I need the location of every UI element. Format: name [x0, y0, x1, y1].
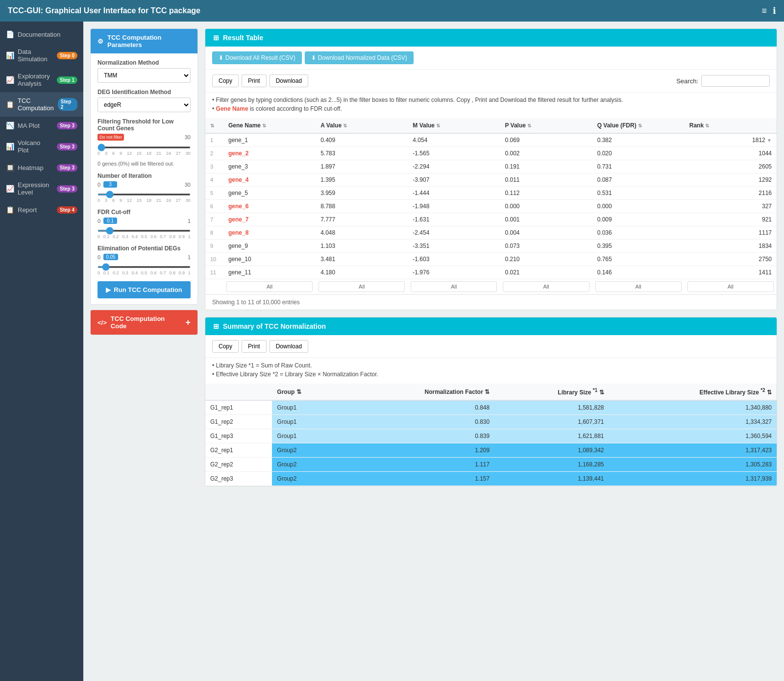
cell-m: -3.351 [408, 240, 500, 253]
cell-m: -1.603 [408, 253, 500, 266]
filter-a-input[interactable] [318, 281, 405, 292]
sidebar-item-data-simulation[interactable]: 📊 Data Simulation Step 0 [0, 43, 83, 68]
code-panel-header[interactable]: </> TCC Computation Code + [91, 310, 197, 335]
deg-select[interactable]: edgeR DESeq2 baySeq [98, 97, 191, 112]
sidebar-item-expression-level[interactable]: 📈 Expression Level Step 3 [0, 176, 83, 201]
sidebar-item-ma-plot[interactable]: 📉 MA Plot Step 3 [0, 117, 83, 134]
step-badge-ma-plot: Step 3 [57, 122, 77, 129]
summary-table-row: G2_rep2 Group2 1.117 1,168,285 1,305,283 [205, 458, 777, 472]
download-button[interactable]: Download [270, 74, 308, 87]
cell-q: 0.146 [592, 266, 685, 279]
cell-gene: gene_9 [223, 240, 316, 253]
summary-cell-norm-factor: 0.830 [342, 415, 494, 429]
table-row: 11 gene_11 4.180 -1.976 0.021 0.146 1411 [205, 266, 777, 279]
sidebar: 📄 Documentation 📊 Data Simulation Step 0… [0, 22, 83, 681]
summary-download-button[interactable]: Download [270, 340, 308, 353]
download-all-result-button[interactable]: ⬇ Download All Result (CSV) [212, 51, 302, 64]
col-q-value[interactable]: Q Value (FDR) ⇅ [592, 118, 685, 133]
filter-slider-container: Do not filter 30 036912151821242730 [98, 134, 191, 156]
summary-cell-lib-size: 1,607,371 [494, 415, 609, 429]
filter-q-input[interactable] [595, 281, 682, 292]
deg-label: DEG Identification Method [98, 89, 191, 96]
download-all-icon: ⬇ [219, 54, 223, 61]
filter-m-input[interactable] [411, 281, 497, 292]
filter-rank-input[interactable] [687, 281, 774, 292]
run-tcc-button[interactable]: ▶ Run TCC Computation [98, 281, 191, 298]
normalization-select[interactable]: TMM DESeq none [98, 68, 191, 83]
search-input[interactable] [701, 75, 770, 87]
summary-panel: ⊞ Summary of TCC Normalization Copy Prin… [205, 317, 777, 486]
note-color: • Gene Name is colored according to FDR … [212, 105, 770, 112]
cell-p: 0.191 [500, 160, 592, 173]
menu-icon[interactable]: ≡ [761, 6, 767, 16]
cell-p: 0.112 [500, 187, 592, 200]
cell-p: 0.011 [500, 173, 592, 187]
iteration-slider[interactable] [98, 194, 191, 195]
summary-table-icon: ⊞ [213, 322, 219, 330]
elim-slider[interactable] [98, 266, 191, 268]
summary-copy-button[interactable]: Copy [212, 340, 239, 353]
summary-col-lib-size[interactable]: Library Size *1 ⇅ [494, 384, 609, 400]
summary-col-group[interactable]: Group ⇅ [272, 384, 342, 400]
cell-num: 4 [205, 173, 223, 187]
cell-num: 7 [205, 213, 223, 226]
left-panel: ⚙ TCC Computation Parameters Normalizati… [90, 28, 198, 335]
summary-col-norm-factor[interactable]: Normalization Factor ⇅ [342, 384, 494, 400]
summary-cell-sample: G2_rep2 [205, 458, 272, 472]
col-rank[interactable]: Rank ⇅ [685, 118, 777, 133]
col-a-value[interactable]: A Value ⇅ [316, 118, 408, 133]
filter-cell-a [316, 279, 408, 294]
step-badge-tcc-computation: Step 2 [58, 98, 77, 111]
app-header: TCC-GUI: Graphical User Interface for TC… [0, 0, 784, 22]
cell-num: 5 [205, 187, 223, 200]
fdr-slider-row: 0 0.1 1 [98, 218, 191, 224]
sidebar-item-documentation[interactable]: 📄 Documentation [0, 25, 83, 43]
summary-print-button[interactable]: Print [242, 340, 267, 353]
cell-a: 3.959 [316, 187, 408, 200]
cell-q: 0.731 [592, 160, 685, 173]
fdr-slider[interactable] [98, 230, 191, 232]
cell-rank: 2605 [685, 160, 777, 173]
col-gene-name[interactable]: Gene Name ⇅ [223, 118, 316, 133]
sidebar-label-data-simulation: Data Simulation [18, 48, 53, 63]
summary-col-eff-lib-size[interactable]: Effective Library Size *2 ⇅ [609, 384, 777, 400]
fdr-ticks: 00.10.20.30.40.50.60.70.80.91 [98, 234, 191, 239]
summary-cell-lib-size: 1,581,828 [494, 400, 609, 415]
params-panel-body: Normalization Method TMM DESeq none DEG … [91, 53, 197, 304]
filter-slider[interactable] [98, 146, 191, 148]
iteration-slider-container: 0 3 30 036912151821242730 [98, 181, 191, 203]
table-icon: ⊞ [213, 34, 219, 42]
sidebar-item-volcano-plot[interactable]: 📊 Volcano Plot Step 3 [0, 134, 83, 159]
cell-num: 2 [205, 147, 223, 160]
normalization-label: Normalization Method [98, 59, 191, 66]
info-icon[interactable]: ℹ [773, 5, 776, 16]
cell-p: 0.073 [500, 240, 592, 253]
sidebar-item-exploratory-analysis[interactable]: 📈 Exploratory Analysis Step 1 [0, 68, 83, 92]
fdr-max: 1 [188, 218, 191, 224]
col-m-value[interactable]: M Value ⇅ [408, 118, 500, 133]
sidebar-item-heatmap[interactable]: 🔲 Heatmap Step 3 [0, 159, 83, 176]
summary-data-table: Group ⇅ Normalization Factor ⇅ Library S… [205, 384, 777, 486]
code-panel-label: TCC Computation Code [111, 315, 182, 330]
sidebar-label-report: Report [18, 206, 53, 214]
sidebar-item-tcc-computation[interactable]: 📋 TCC Computation Step 2 [0, 92, 83, 117]
filter-p-input[interactable] [503, 281, 589, 292]
summary-cell-sample: G1_rep1 [205, 400, 272, 415]
download-normalized-button[interactable]: ⬇ Download Normalized Data (CSV) [305, 51, 414, 64]
filter-gene-input[interactable] [226, 281, 313, 292]
cell-rank: 2750 [685, 253, 777, 266]
main-content: ⚙ TCC Computation Parameters Normalizati… [83, 22, 784, 681]
col-num[interactable]: ⇅ [205, 118, 223, 133]
cell-num: 8 [205, 226, 223, 240]
expand-code-icon[interactable]: + [185, 317, 191, 328]
cell-gene: gene_4 [223, 173, 316, 187]
print-button[interactable]: Print [242, 74, 267, 87]
cell-num: 6 [205, 200, 223, 213]
sidebar-item-report[interactable]: 📋 Report Step 4 [0, 201, 83, 219]
exploratory-analysis-icon: 📈 [6, 76, 14, 84]
copy-button[interactable]: Copy [212, 74, 239, 87]
table-row: 7 gene_7 7.777 -1.631 0.001 0.009 921 [205, 213, 777, 226]
result-notes: • Filter genes by typing condictions (su… [205, 93, 777, 118]
elim-slider-container: 0 0.05 1 00.10.20.30.40.50.60.70.80.91 [98, 254, 191, 275]
col-p-value[interactable]: P Value ⇅ [500, 118, 592, 133]
